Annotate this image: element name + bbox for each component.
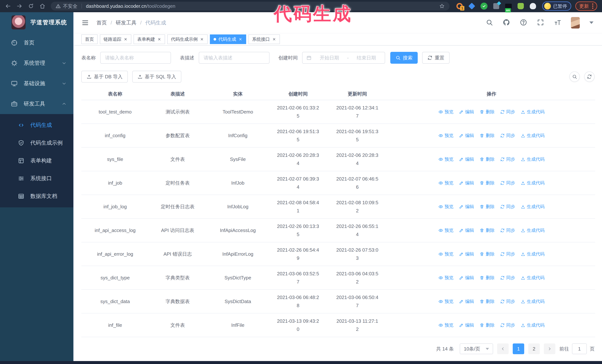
tab-首页[interactable]: 首页 xyxy=(81,34,98,44)
action-eye-link[interactable]: 预览 xyxy=(439,299,453,304)
action-edit-link[interactable]: 编辑 xyxy=(459,204,474,210)
extension-icon[interactable] xyxy=(517,2,524,10)
text-size-icon[interactable] xyxy=(554,19,561,27)
action-sync-link[interactable]: 同步 xyxy=(500,227,515,233)
address-bar[interactable]: 不安全 dashboard.yudao.iocoder.cn/tool/code… xyxy=(51,2,450,10)
sidebar-subitem-table-grid[interactable]: 数据库文档 xyxy=(0,187,73,205)
sidebar-subitem-code[interactable]: 代码生成 xyxy=(0,116,73,134)
action-sync-link[interactable]: 同步 xyxy=(500,322,515,328)
action-sync-link[interactable]: 同步 xyxy=(500,156,515,162)
action-edit-link[interactable]: 编辑 xyxy=(459,227,474,233)
action-trash-link[interactable]: 删除 xyxy=(480,180,494,186)
action-sync-link[interactable]: 同步 xyxy=(500,299,515,304)
action-download-link[interactable]: 生成代码 xyxy=(521,275,545,281)
action-eye-link[interactable]: 预览 xyxy=(439,322,453,328)
github-icon[interactable] xyxy=(503,19,510,27)
action-trash-link[interactable]: 删除 xyxy=(480,299,494,304)
action-edit-link[interactable]: 编辑 xyxy=(459,180,474,186)
extension-icon[interactable] xyxy=(493,2,500,10)
breadcrumb-item[interactable]: 研发工具 xyxy=(116,19,137,26)
next-page-button[interactable] xyxy=(544,343,555,354)
browser-menu-dots-icon[interactable] xyxy=(592,3,593,9)
action-download-link[interactable]: 生成代码 xyxy=(521,133,545,138)
sql-import-button[interactable]: 基于 SQL 导入 xyxy=(132,71,182,83)
table-name-input[interactable]: 请输入表名称 xyxy=(100,52,171,64)
action-trash-link[interactable]: 删除 xyxy=(480,204,494,210)
user-avatar[interactable] xyxy=(571,17,580,29)
action-download-link[interactable]: 生成代码 xyxy=(521,204,545,210)
action-download-link[interactable]: 生成代码 xyxy=(521,251,545,257)
action-trash-link[interactable]: 删除 xyxy=(480,133,494,138)
action-edit-link[interactable]: 编辑 xyxy=(459,299,474,304)
extension-icon[interactable]: 1 xyxy=(456,2,463,10)
extension-icon[interactable] xyxy=(468,2,475,10)
action-sync-link[interactable]: 同步 xyxy=(500,133,515,138)
action-edit-link[interactable]: 编辑 xyxy=(459,133,474,138)
action-trash-link[interactable]: 删除 xyxy=(480,227,494,233)
action-download-link[interactable]: 生成代码 xyxy=(521,299,545,304)
action-download-link[interactable]: 生成代码 xyxy=(521,227,545,233)
action-trash-link[interactable]: 删除 xyxy=(480,156,494,162)
reset-button[interactable]: 重置 xyxy=(422,52,450,64)
db-import-button[interactable]: 基于 DB 导入 xyxy=(81,71,128,83)
action-edit-link[interactable]: 编辑 xyxy=(459,322,474,328)
action-sync-link[interactable]: 同步 xyxy=(500,109,515,115)
action-download-link[interactable]: 生成代码 xyxy=(521,322,545,328)
action-sync-link[interactable]: 同步 xyxy=(500,251,515,257)
browser-forward-icon[interactable] xyxy=(16,3,22,9)
fullscreen-icon[interactable] xyxy=(537,19,544,27)
action-edit-link[interactable]: 编辑 xyxy=(459,109,474,115)
tab-代码生成[interactable]: 代码生成 xyxy=(210,34,246,44)
sidebar-subitem-shield-check[interactable]: 代码生成示例 xyxy=(0,134,73,152)
action-eye-link[interactable]: 预览 xyxy=(439,227,453,233)
browser-reload-icon[interactable] xyxy=(28,3,34,9)
profile-paused-badge[interactable]: 已暂停 xyxy=(542,1,571,11)
help-icon[interactable] xyxy=(520,19,527,27)
tab-代码生成示例[interactable]: 代码生成示例 xyxy=(167,34,208,44)
start-date-input[interactable]: 开始日期 xyxy=(315,55,344,61)
extension-icon[interactable] xyxy=(529,2,537,10)
action-trash-link[interactable]: 删除 xyxy=(480,109,494,115)
action-trash-link[interactable]: 删除 xyxy=(480,251,494,257)
sidebar-item-dashboard[interactable]: 首页 xyxy=(0,32,73,53)
action-eye-link[interactable]: 预览 xyxy=(439,109,453,115)
sidebar-subitem-sliders[interactable]: 系统接口 xyxy=(0,170,73,187)
action-download-link[interactable]: 生成代码 xyxy=(521,109,545,115)
action-edit-link[interactable]: 编辑 xyxy=(459,156,474,162)
end-date-input[interactable]: 结束日期 xyxy=(352,55,381,61)
bookmark-star-icon[interactable] xyxy=(439,3,445,9)
toggle-search-button[interactable] xyxy=(570,72,580,82)
page-button-1[interactable]: 1 xyxy=(513,343,524,354)
tab-链路追踪[interactable]: 链路追踪 xyxy=(100,34,131,44)
sidebar-item-monitor[interactable]: 基础设施 xyxy=(0,73,73,94)
collapse-menu-icon[interactable] xyxy=(81,19,89,27)
browser-home-icon[interactable] xyxy=(39,3,46,9)
action-sync-link[interactable]: 同步 xyxy=(500,204,515,210)
extension-icon[interactable] xyxy=(480,2,488,10)
search-button[interactable]: 搜索 xyxy=(390,52,418,64)
browser-update-button[interactable]: 更新 xyxy=(575,1,597,11)
user-menu-caret-icon[interactable] xyxy=(589,21,593,24)
action-eye-link[interactable]: 预览 xyxy=(439,133,453,138)
action-eye-link[interactable]: 预览 xyxy=(439,156,453,162)
action-trash-link[interactable]: 删除 xyxy=(480,275,494,281)
sidebar-item-toolbox[interactable]: 研发工具 xyxy=(0,94,73,114)
action-eye-link[interactable]: 预览 xyxy=(439,275,453,281)
action-eye-link[interactable]: 预览 xyxy=(439,251,453,257)
sidebar-subitem-form[interactable]: 表单构建 xyxy=(0,152,73,170)
action-eye-link[interactable]: 预览 xyxy=(439,204,453,210)
tab-系统接口[interactable]: 系统接口 xyxy=(248,34,280,44)
action-sync-link[interactable]: 同步 xyxy=(500,275,515,281)
action-download-link[interactable]: 生成代码 xyxy=(521,156,545,162)
action-sync-link[interactable]: 同步 xyxy=(500,180,515,186)
goto-page-input[interactable]: 1 xyxy=(572,343,587,354)
action-download-link[interactable]: 生成代码 xyxy=(521,180,545,186)
action-trash-link[interactable]: 删除 xyxy=(480,322,494,328)
extension-icon[interactable]: on xyxy=(505,2,512,10)
action-eye-link[interactable]: 预览 xyxy=(439,180,453,186)
search-icon[interactable] xyxy=(486,19,493,27)
action-edit-link[interactable]: 编辑 xyxy=(459,251,474,257)
table-desc-input[interactable]: 请输入表描述 xyxy=(199,52,269,64)
refresh-table-button[interactable] xyxy=(584,72,595,82)
browser-back-icon[interactable] xyxy=(5,3,11,9)
